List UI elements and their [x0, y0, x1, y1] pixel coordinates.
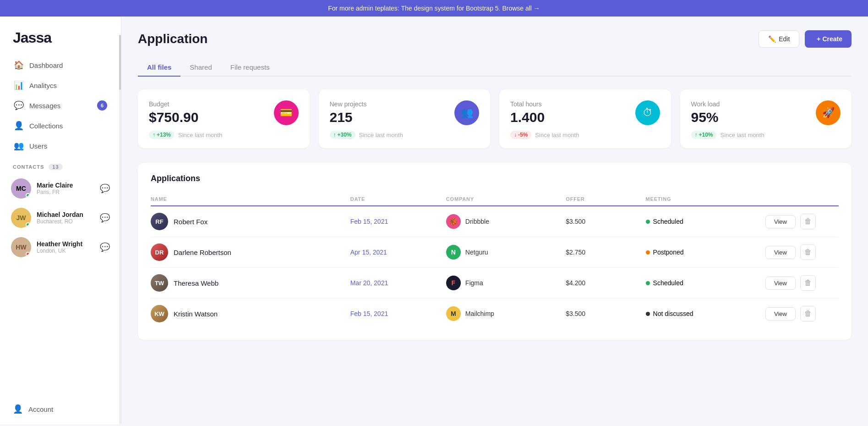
row-name-field: DR Darlene Robertson — [151, 243, 350, 261]
contact-item-michael-jordan[interactable]: JW Michael Jordan Bucharest, RO 💬 — [0, 203, 121, 232]
pencil-icon: ✏️ — [768, 35, 776, 43]
company-logo: N — [446, 245, 461, 260]
message-icon[interactable]: 💬 — [100, 213, 110, 223]
sidebar-logo: Jassa — [0, 17, 121, 55]
collections-icon: 👤 — [14, 121, 24, 131]
avatar: MC — [11, 178, 31, 199]
row-meeting: Not discussed — [646, 310, 765, 317]
status-dot — [26, 252, 30, 256]
delete-button[interactable]: 🗑 — [800, 214, 816, 229]
view-button[interactable]: View — [765, 246, 796, 259]
status-dot — [26, 193, 30, 198]
stat-icon-new-projects: 👥 — [454, 100, 479, 125]
view-button[interactable]: View — [765, 215, 796, 228]
row-meeting: Scheduled — [646, 218, 765, 225]
sidebar-item-messages[interactable]: 💬 Messages 6 — [7, 96, 114, 115]
row-name-field: TW Theresa Webb — [151, 274, 350, 292]
table-row: DR Darlene Robertson Apr 15, 2021 N Netg… — [151, 237, 839, 268]
stat-value: 1.400 — [510, 110, 545, 125]
view-button[interactable]: View — [765, 307, 796, 321]
message-icon[interactable]: 💬 — [100, 183, 110, 194]
sidebar-item-label: Account — [28, 405, 53, 413]
sidebar: Jassa 🏠 Dashboard 📊 Analitycs 💬 Messages… — [0, 17, 121, 424]
page-header: Application ✏️ Edit + Create — [138, 30, 852, 48]
row-offer: $3.500 — [566, 310, 645, 317]
stat-icon-budget: 💳 — [274, 100, 299, 125]
contact-location: London, UK — [37, 248, 94, 254]
arrow-up-icon: ↑ — [695, 132, 698, 138]
home-icon: 🏠 — [14, 60, 24, 70]
edit-button[interactable]: ✏️ Edit — [759, 30, 799, 48]
avatar: HW — [11, 237, 31, 257]
stat-change: ↑ +10% — [691, 131, 717, 139]
col-company: COMPANY — [446, 196, 566, 202]
company-logo: 🏀 — [446, 214, 461, 229]
stat-since: Since last month — [178, 132, 222, 138]
stat-label: New projects — [330, 100, 367, 108]
contact-item-heather-wright[interactable]: HW Heather Wright London, UK 💬 — [0, 232, 121, 262]
row-actions: View 🗑 — [765, 244, 839, 260]
arrow-up-icon: ↑ — [333, 132, 336, 138]
col-name: NAME — [151, 196, 350, 202]
top-banner: For more admin teplates: The design syst… — [0, 0, 868, 17]
stat-since: Since last month — [535, 132, 579, 138]
users-icon: 👥 — [14, 141, 24, 151]
tab-all-files[interactable]: All files — [138, 59, 180, 77]
contact-item-marie-claire[interactable]: MC Marie Claire Paris, FR 💬 — [0, 174, 121, 203]
row-meeting: Postponed — [646, 249, 765, 256]
row-offer: $4.200 — [566, 279, 645, 287]
scrollbar-thumb[interactable] — [119, 35, 121, 90]
col-date: DATE — [350, 196, 446, 202]
message-icon[interactable]: 💬 — [100, 242, 110, 252]
sidebar-item-label: Dashboard — [29, 61, 63, 69]
stat-since: Since last month — [359, 132, 403, 138]
trash-icon: 🗑 — [804, 279, 812, 287]
stat-card-budget: Budget $750.90 💳 ↑ +13% Since last month — [138, 89, 310, 148]
delete-button[interactable]: 🗑 — [800, 244, 816, 260]
sidebar-item-users[interactable]: 👥 Users — [7, 136, 114, 155]
applications-section: Applications NAME DATE COMPANY OFFER MEE… — [138, 163, 852, 340]
meeting-status-dot — [646, 312, 650, 316]
trash-icon: 🗑 — [804, 248, 812, 256]
sidebar-item-collections[interactable]: 👤 Collections — [7, 116, 114, 135]
chart-icon: 📊 — [14, 80, 24, 90]
tab-shared[interactable]: Shared — [180, 59, 221, 77]
sidebar-item-dashboard[interactable]: 🏠 Dashboard — [7, 55, 114, 75]
row-actions: View 🗑 — [765, 306, 839, 321]
contacts-count: 13 — [49, 164, 62, 170]
row-date: Mar 20, 2021 — [350, 279, 446, 287]
sidebar-item-account[interactable]: 👤 Account — [13, 399, 108, 419]
stat-card-work-load: Work load 95% 🚀 ↑ +10% Since last month — [680, 89, 852, 148]
header-actions: ✏️ Edit + Create — [759, 30, 852, 48]
view-button[interactable]: View — [765, 277, 796, 290]
stat-cards: Budget $750.90 💳 ↑ +13% Since last month — [138, 89, 852, 148]
trash-icon: 🗑 — [804, 310, 812, 318]
meeting-status-dot — [646, 281, 650, 285]
stat-card-total-hours: Total hours 1.400 ⏱ ↓ -5% Since last mon… — [499, 89, 671, 148]
tab-file-requests[interactable]: File requests — [221, 59, 279, 77]
account-icon: 👤 — [13, 404, 23, 414]
row-company: N Netguru — [446, 245, 566, 260]
stat-value: 95% — [691, 110, 720, 125]
row-company: M Mailchimp — [446, 306, 566, 321]
delete-button[interactable]: 🗑 — [800, 275, 816, 291]
row-avatar: KW — [151, 305, 168, 322]
table-row: KW Kristin Watson Feb 15, 2021 M Mailchi… — [151, 299, 839, 329]
sidebar-item-analytics[interactable]: 📊 Analitycs — [7, 76, 114, 95]
contact-name: Marie Claire — [37, 182, 94, 189]
stat-icon-work-load: 🚀 — [816, 100, 841, 125]
create-button[interactable]: + Create — [805, 30, 852, 48]
row-actions: View 🗑 — [765, 214, 839, 229]
row-name-field: KW Kristin Watson — [151, 305, 350, 322]
row-offer: $2.750 — [566, 249, 645, 256]
scrollbar-track — [119, 35, 121, 424]
row-date: Feb 15, 2021 — [350, 218, 446, 225]
stat-value: 215 — [330, 110, 367, 125]
contacts-label: CONTACTS — [13, 164, 44, 170]
stat-change: ↑ +30% — [330, 131, 355, 139]
trash-icon: 🗑 — [804, 217, 812, 226]
row-offer: $3.500 — [566, 218, 645, 225]
table-row: RF Robert Fox Feb 15, 2021 🏀 Dribbble $3… — [151, 206, 839, 237]
delete-button[interactable]: 🗑 — [800, 306, 816, 321]
table-header: NAME DATE COMPANY OFFER MEETING — [151, 193, 839, 206]
